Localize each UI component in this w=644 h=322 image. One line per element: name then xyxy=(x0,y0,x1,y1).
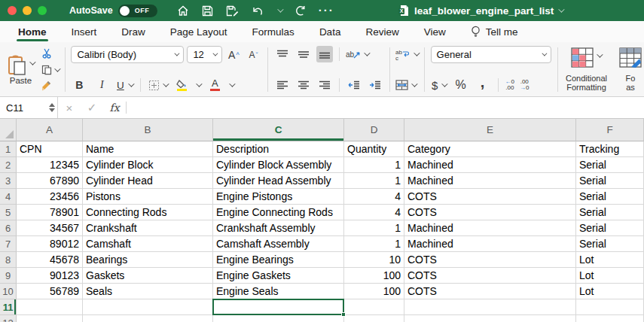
cell-D9[interactable]: 100 xyxy=(344,268,404,284)
percent-format-button[interactable]: % xyxy=(453,77,469,93)
cell-D12[interactable] xyxy=(344,315,404,322)
row-header-3[interactable]: 3 xyxy=(0,173,17,189)
tab-view[interactable]: View xyxy=(423,21,447,42)
cell-C1[interactable]: Description xyxy=(213,141,344,157)
tab-review[interactable]: Review xyxy=(364,21,400,42)
cell-D7[interactable]: 1 xyxy=(344,236,404,252)
tab-draw[interactable]: Draw xyxy=(120,21,147,42)
row-header-10[interactable]: 10 xyxy=(0,284,17,299)
cell-F5[interactable]: Serial xyxy=(576,205,644,220)
row-header-6[interactable]: 6 xyxy=(0,220,17,236)
zoom-window-button[interactable] xyxy=(38,6,47,15)
cell-A8[interactable]: 45678 xyxy=(17,252,83,268)
tab-data[interactable]: Data xyxy=(318,21,343,42)
copy-menu-chevron-icon[interactable] xyxy=(54,65,60,71)
tab-insert[interactable]: Insert xyxy=(70,21,99,42)
cell-D3[interactable]: 1 xyxy=(344,173,404,189)
cell-E4[interactable]: COTS xyxy=(404,189,576,205)
cell-B8[interactable]: Bearings xyxy=(83,252,213,268)
align-center-button[interactable] xyxy=(295,77,312,93)
number-format-select[interactable]: General xyxy=(431,46,551,63)
align-left-button[interactable] xyxy=(274,77,291,93)
more-commands-icon[interactable]: ··· xyxy=(319,7,334,14)
row-header-4[interactable]: 4 xyxy=(0,189,17,205)
row-header-7[interactable]: 7 xyxy=(0,236,17,252)
undo-icon[interactable] xyxy=(252,5,264,17)
orientation-button[interactable]: ab xyxy=(346,46,368,62)
column-header-A[interactable]: A xyxy=(17,119,83,141)
title-menu-chevron-icon[interactable] xyxy=(558,6,564,12)
cell-E1[interactable]: Category xyxy=(404,141,576,157)
format-as-table-button[interactable]: Fo as xyxy=(617,46,644,93)
font-name-select[interactable]: Calibri (Body) xyxy=(71,46,184,63)
fill-handle[interactable] xyxy=(341,312,346,317)
font-color-chevron-icon[interactable] xyxy=(230,80,236,87)
fill-color-chevron-icon[interactable] xyxy=(197,80,203,87)
cell-E6[interactable]: Machined xyxy=(404,220,576,236)
cell-C2[interactable]: Cylinder Block Assembly xyxy=(213,157,344,173)
paste-menu-chevron-icon[interactable] xyxy=(29,59,35,65)
close-window-button[interactable] xyxy=(8,6,17,15)
row-header-9[interactable]: 9 xyxy=(0,268,17,284)
tab-home[interactable]: Home xyxy=(17,21,48,42)
cell-E8[interactable]: COTS xyxy=(404,252,576,268)
cell-D4[interactable]: 4 xyxy=(344,189,404,205)
cell-B12[interactable] xyxy=(83,315,213,322)
tab-page-layout[interactable]: Page Layout xyxy=(169,21,229,42)
row-header-12[interactable]: 12 xyxy=(0,315,17,322)
merge-center-button[interactable] xyxy=(395,77,416,93)
cell-B10[interactable]: Seals xyxy=(83,284,213,299)
cell-A2[interactable]: 12345 xyxy=(17,157,83,173)
cell-C5[interactable]: Engine Connecting Rods xyxy=(213,205,344,220)
row-header-11[interactable]: 11 xyxy=(0,299,17,315)
name-box-stepper[interactable] xyxy=(47,97,57,118)
cell-F2[interactable]: Serial xyxy=(576,157,644,173)
underline-button[interactable]: U xyxy=(116,77,133,93)
cell-C9[interactable]: Engine Gaskets xyxy=(213,268,344,284)
cell-C4[interactable]: Engine Pistongs xyxy=(213,189,344,205)
conditional-formatting-chevron-icon[interactable] xyxy=(597,51,603,57)
borders-button[interactable] xyxy=(148,77,167,93)
cell-A6[interactable]: 34567 xyxy=(17,220,83,236)
select-all-corner[interactable] xyxy=(0,119,17,141)
shrink-font-button[interactable]: Aˇ xyxy=(245,47,261,63)
cell-E9[interactable]: COTS xyxy=(404,268,576,284)
cell-E7[interactable]: Machined xyxy=(404,236,576,252)
format-painter-button[interactable] xyxy=(41,80,59,92)
cell-A10[interactable]: 56789 xyxy=(17,284,83,299)
cell-D10[interactable]: 100 xyxy=(344,284,404,299)
column-header-B[interactable]: B xyxy=(83,119,213,141)
increase-decimal-button[interactable]: .00→0 xyxy=(520,79,529,91)
cell-B6[interactable]: Crankshaft xyxy=(83,220,213,236)
cut-button[interactable] xyxy=(41,47,59,59)
column-header-D[interactable]: D xyxy=(344,119,404,141)
cell-F9[interactable]: Lot xyxy=(576,268,644,284)
minimize-window-button[interactable] xyxy=(23,6,32,15)
cell-D11[interactable] xyxy=(344,299,404,315)
cell-B11[interactable] xyxy=(83,299,213,315)
align-middle-button[interactable] xyxy=(295,46,312,62)
cell-E2[interactable]: Machined xyxy=(404,157,576,173)
row-header-8[interactable]: 8 xyxy=(0,252,17,268)
column-header-C[interactable]: C xyxy=(213,119,344,141)
cell-D1[interactable]: Quantity xyxy=(344,141,404,157)
copy-button[interactable] xyxy=(41,64,59,76)
cell-B9[interactable]: Gaskets xyxy=(83,268,213,284)
column-header-F[interactable]: F xyxy=(576,119,644,141)
wrap-text-button[interactable]: abc xyxy=(395,46,418,62)
formula-input[interactable] xyxy=(127,97,644,118)
cell-B1[interactable]: Name xyxy=(83,141,213,157)
autosave-toggle[interactable]: OFF xyxy=(118,5,157,17)
name-box[interactable]: C11 xyxy=(0,97,47,118)
cell-A7[interactable]: 89012 xyxy=(17,236,83,252)
cell-F6[interactable]: Serial xyxy=(576,220,644,236)
undo-menu-chevron-icon[interactable] xyxy=(277,6,283,12)
cell-B2[interactable]: Cylinder Block xyxy=(83,157,213,173)
row-header-1[interactable]: 1 xyxy=(0,141,17,157)
cell-B4[interactable]: Pistons xyxy=(83,189,213,205)
cell-C6[interactable]: Crankshaft Assembly xyxy=(213,220,344,236)
cell-C11[interactable] xyxy=(213,299,344,315)
row-header-5[interactable]: 5 xyxy=(0,205,17,220)
bold-button[interactable]: B xyxy=(71,77,87,93)
cell-F11[interactable] xyxy=(576,299,644,315)
